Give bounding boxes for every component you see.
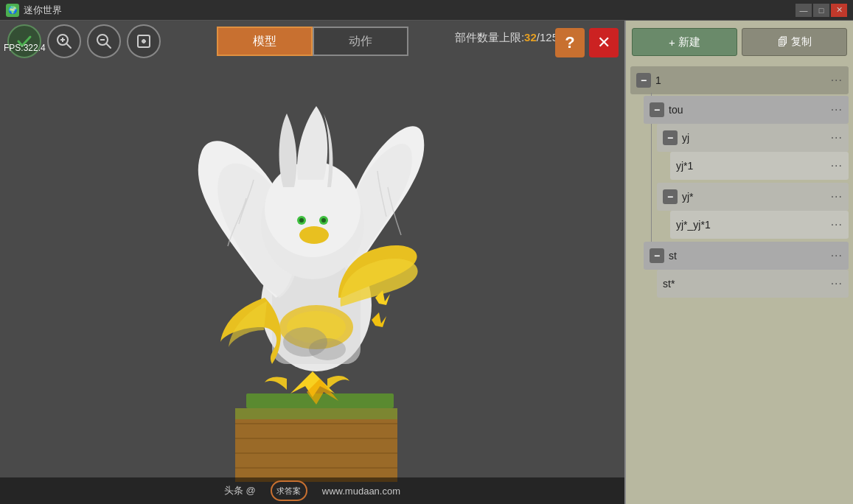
tree-row-tou[interactable]: − tou ··· [644, 96, 849, 124]
app-icon: 🌍 [6, 4, 19, 17]
parts-label: 部件数量上限: [455, 31, 524, 43]
titlebar: 🌍 迷你世界 — □ ✕ [0, 0, 853, 21]
zoom-in-icon [56, 33, 72, 49]
right-panel: + 新建 🗐 复制 − 1 ··· − tou [624, 21, 853, 504]
tree-node-1: − 1 ··· − tou ··· − yj [630, 66, 849, 298]
watermark-badge: 求答案 [271, 480, 307, 501]
minimize-button[interactable]: — [795, 4, 812, 17]
node-menu-yj-star[interactable]: ··· [831, 190, 843, 203]
app-title: 迷你世界 [24, 4, 62, 17]
copy-button[interactable]: 🗐 复制 [742, 28, 847, 56]
node-label-st: st [669, 250, 826, 262]
panel-toolbar: + 新建 🗐 复制 [626, 21, 853, 63]
model-display-area [0, 62, 624, 504]
zoom-in-button[interactable] [47, 24, 81, 58]
parts-current: 32 [524, 31, 537, 43]
collapse-btn-tou[interactable]: − [650, 102, 664, 117]
node-menu-1[interactable]: ··· [831, 74, 843, 87]
watermark-text1: 头条 @ [224, 484, 256, 497]
close-window-button[interactable]: ✕ [831, 4, 847, 17]
svg-rect-15 [235, 467, 397, 469]
node-label-yj1: yj*1 [676, 160, 826, 172]
confirm-button[interactable] [7, 24, 41, 58]
reset-view-button[interactable] [127, 24, 161, 58]
collapse-btn-yj-star[interactable]: − [663, 189, 678, 204]
tree-node-yj: − yj ··· yj*1 ··· [630, 124, 849, 180]
tree-row-yj1[interactable]: yj*1 ··· [670, 152, 849, 180]
tree-row-yj-star[interactable]: − yj* ··· [657, 183, 849, 211]
svg-rect-13 [235, 438, 397, 439]
node-menu-yj[interactable]: ··· [831, 131, 843, 144]
node-tree[interactable]: − 1 ··· − tou ··· − yj [626, 63, 853, 504]
tree-node-yj-star: − yj* ··· yj*_yj*1 ··· [630, 183, 849, 239]
svg-rect-14 [235, 452, 397, 454]
top-right-buttons: ? ✕ [555, 28, 619, 57]
svg-point-26 [299, 218, 304, 223]
node-label-st-star: st* [663, 278, 826, 290]
svg-point-27 [321, 218, 326, 223]
tree-node-tou: − tou ··· − yj ··· yj*1 [630, 96, 849, 239]
collapse-btn-1[interactable]: − [636, 73, 651, 88]
parts-counter: 部件数量上限:32/125 [455, 31, 558, 45]
voxel-model [128, 77, 497, 489]
tree-row-yj-yj1[interactable]: yj*_yj*1 ··· [670, 211, 849, 239]
fps-counter: FPS:322.4 [4, 43, 46, 53]
node-menu-st-star[interactable]: ··· [831, 277, 843, 290]
node-menu-yj-yj1[interactable]: ··· [831, 218, 843, 231]
collapse-btn-st[interactable]: − [650, 248, 664, 263]
main-container: FPS:322.4 [0, 21, 853, 504]
new-icon: + [669, 36, 675, 49]
tree-row-st-star[interactable]: st* ··· [657, 270, 849, 298]
maximize-button[interactable]: □ [813, 4, 829, 17]
zoom-out-icon [96, 33, 112, 49]
help-button[interactable]: ? [555, 28, 585, 57]
svg-line-3 [66, 43, 71, 48]
tab-model[interactable]: 模型 [217, 27, 313, 56]
svg-marker-32 [372, 312, 386, 327]
3d-viewport[interactable]: FPS:322.4 [0, 21, 624, 504]
watermark: 头条 @ 求答案 www.mudaan.com [0, 477, 624, 504]
tree-node-st: − st ··· st* ··· [630, 242, 849, 298]
svg-point-28 [299, 226, 329, 244]
exit-button[interactable]: ✕ [589, 28, 619, 57]
svg-line-6 [106, 43, 111, 48]
tree-row-yj[interactable]: − yj ··· [657, 124, 849, 152]
node-label-tou: tou [669, 104, 826, 116]
tab-action[interactable]: 动作 [313, 27, 408, 56]
node-label-yj-star: yj* [682, 191, 826, 203]
node-label-1: 1 [655, 74, 826, 86]
tree-row-1[interactable]: − 1 ··· [630, 66, 849, 94]
svg-rect-11 [235, 408, 397, 419]
node-menu-st[interactable]: ··· [831, 249, 843, 262]
copy-icon: 🗐 [778, 36, 788, 48]
zoom-out-button[interactable] [87, 24, 121, 58]
new-button[interactable]: + 新建 [632, 28, 737, 56]
node-label-yj-yj1: yj*_yj*1 [676, 219, 826, 231]
node-menu-yj1[interactable]: ··· [831, 159, 843, 172]
svg-rect-12 [235, 423, 397, 424]
node-label-yj: yj [682, 132, 826, 144]
node-menu-tou[interactable]: ··· [831, 103, 843, 116]
tree-row-st[interactable]: − st ··· [644, 242, 849, 270]
copy-label: 复制 [791, 35, 812, 49]
window-controls: — □ ✕ [795, 4, 847, 17]
svg-point-30 [309, 338, 346, 360]
collapse-btn-yj[interactable]: − [663, 130, 678, 145]
reset-icon [136, 33, 152, 49]
watermark-text2: www.mudaan.com [322, 486, 400, 497]
new-label: 新建 [678, 35, 700, 49]
mode-tabs: 模型 动作 [217, 27, 408, 56]
